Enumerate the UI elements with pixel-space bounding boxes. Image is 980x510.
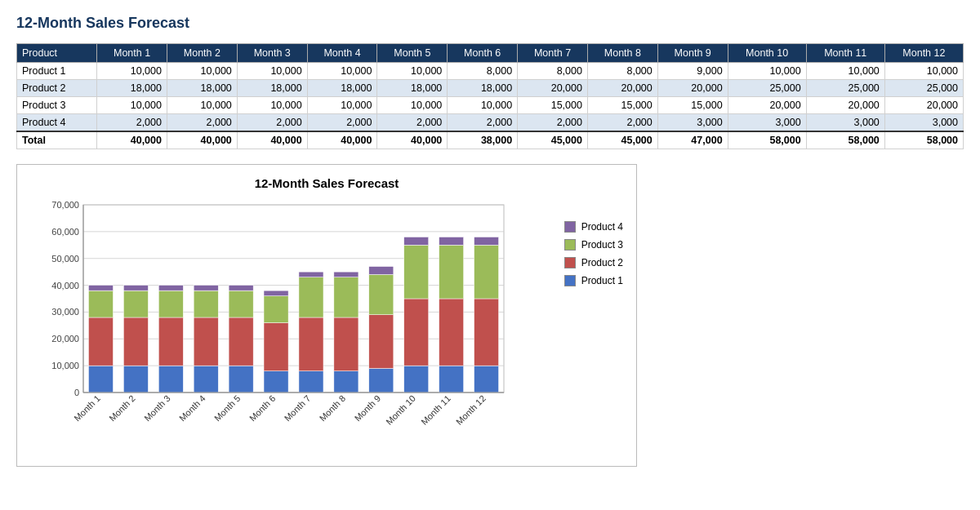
svg-text:Month 10: Month 10 xyxy=(384,393,417,427)
legend-color-swatch xyxy=(564,239,576,251)
svg-text:40,000: 40,000 xyxy=(51,281,79,290)
table-header: Month 7 xyxy=(518,44,588,63)
svg-rect-25 xyxy=(158,366,183,392)
svg-text:Month 3: Month 3 xyxy=(142,393,172,424)
svg-rect-57 xyxy=(439,366,464,392)
page-title: 12-Month Sales Forecast xyxy=(16,15,964,32)
svg-rect-17 xyxy=(88,366,113,392)
svg-rect-43 xyxy=(299,277,323,317)
svg-rect-49 xyxy=(369,368,394,392)
svg-rect-24 xyxy=(123,286,148,291)
svg-rect-20 xyxy=(88,286,113,291)
svg-rect-45 xyxy=(334,371,359,392)
legend-item: Product 2 xyxy=(564,257,623,268)
svg-rect-50 xyxy=(369,315,394,369)
svg-rect-30 xyxy=(194,317,218,366)
svg-text:70,000: 70,000 xyxy=(51,200,79,210)
legend-label: Product 4 xyxy=(581,221,623,233)
svg-rect-46 xyxy=(334,317,359,371)
chart-body: 010,00020,00030,00040,00050,00060,00070,… xyxy=(30,197,623,458)
svg-text:Month 8: Month 8 xyxy=(318,393,348,424)
svg-rect-31 xyxy=(194,290,218,317)
svg-rect-60 xyxy=(439,237,464,245)
svg-rect-64 xyxy=(474,237,499,245)
legend-item: Product 3 xyxy=(564,239,623,251)
table-header: Month 4 xyxy=(307,44,377,63)
chart-legend: Product 4Product 3Product 2Product 1 xyxy=(564,221,623,286)
table-row: Product 310,00010,00010,00010,00010,0001… xyxy=(17,97,964,114)
svg-rect-40 xyxy=(264,290,288,296)
svg-rect-18 xyxy=(88,317,113,366)
table-header: Month 12 xyxy=(884,44,963,63)
svg-text:Month 6: Month 6 xyxy=(247,393,278,424)
table-header: Month 1 xyxy=(97,44,167,63)
svg-rect-52 xyxy=(369,267,394,275)
legend-label: Product 2 xyxy=(581,257,623,268)
table-header: Month 3 xyxy=(237,44,307,63)
svg-rect-27 xyxy=(158,290,183,317)
svg-text:50,000: 50,000 xyxy=(51,254,79,264)
table-header: Month 8 xyxy=(587,44,657,63)
svg-text:Month 4: Month 4 xyxy=(177,393,207,424)
svg-rect-29 xyxy=(194,366,218,392)
table-row: Product 110,00010,00010,00010,00010,0008… xyxy=(17,63,964,80)
svg-rect-62 xyxy=(474,299,499,366)
legend-color-swatch xyxy=(564,275,576,286)
svg-text:Month 2: Month 2 xyxy=(107,393,137,424)
legend-label: Product 3 xyxy=(581,239,623,251)
svg-rect-58 xyxy=(439,299,464,366)
table-header: Product xyxy=(17,44,97,63)
svg-text:0: 0 xyxy=(74,388,79,397)
svg-rect-41 xyxy=(299,371,323,392)
svg-rect-21 xyxy=(123,366,148,392)
table-row: Product 218,00018,00018,00018,00018,0001… xyxy=(17,80,964,97)
svg-rect-47 xyxy=(334,277,359,317)
table-header: Month 11 xyxy=(806,44,884,63)
bar-chart-svg: 010,00020,00030,00040,00050,00060,00070,… xyxy=(30,197,512,458)
svg-text:Month 7: Month 7 xyxy=(283,393,313,424)
svg-rect-53 xyxy=(404,366,429,392)
legend-color-swatch xyxy=(564,257,576,268)
svg-text:60,000: 60,000 xyxy=(51,227,79,237)
table-header: Month 10 xyxy=(728,44,806,63)
chart-container: 12-Month Sales Forecast 010,00020,00030,… xyxy=(16,164,637,467)
legend-item: Product 4 xyxy=(564,221,623,233)
svg-rect-59 xyxy=(439,245,464,299)
svg-rect-55 xyxy=(404,245,429,299)
svg-rect-63 xyxy=(474,245,499,299)
svg-text:Month 1: Month 1 xyxy=(72,393,102,424)
table-row: Product 42,0002,0002,0002,0002,0002,0002… xyxy=(17,114,964,132)
svg-rect-28 xyxy=(158,286,183,291)
legend-label: Product 1 xyxy=(581,275,623,286)
svg-rect-54 xyxy=(404,299,429,366)
svg-text:Month 11: Month 11 xyxy=(419,393,452,427)
svg-rect-39 xyxy=(264,296,288,323)
svg-rect-35 xyxy=(229,290,253,317)
table-header: Month 2 xyxy=(167,44,237,63)
svg-text:Month 5: Month 5 xyxy=(212,393,243,424)
table-header: Month 9 xyxy=(657,44,728,63)
svg-rect-56 xyxy=(404,237,429,245)
svg-rect-44 xyxy=(299,272,323,277)
svg-text:Month 9: Month 9 xyxy=(353,393,383,424)
svg-rect-36 xyxy=(229,286,253,291)
chart-title: 12-Month Sales Forecast xyxy=(255,176,399,190)
legend-color-swatch xyxy=(564,221,576,233)
legend-item: Product 1 xyxy=(564,275,623,286)
svg-rect-26 xyxy=(158,317,183,366)
table-header: Month 5 xyxy=(377,44,448,63)
svg-rect-38 xyxy=(264,323,288,371)
total-row: Total40,00040,00040,00040,00040,00038,00… xyxy=(17,131,964,149)
svg-rect-22 xyxy=(123,317,148,366)
svg-text:Month 12: Month 12 xyxy=(454,393,488,427)
svg-rect-19 xyxy=(88,290,113,317)
svg-rect-61 xyxy=(474,366,499,392)
svg-text:10,000: 10,000 xyxy=(51,361,79,370)
svg-rect-37 xyxy=(264,371,288,392)
chart-area: 010,00020,00030,00040,00050,00060,00070,… xyxy=(30,197,550,458)
forecast-table: ProductMonth 1Month 2Month 3Month 4Month… xyxy=(16,43,964,149)
svg-rect-32 xyxy=(194,286,218,291)
svg-rect-34 xyxy=(229,317,253,366)
svg-rect-51 xyxy=(369,274,394,314)
svg-rect-48 xyxy=(334,272,359,277)
